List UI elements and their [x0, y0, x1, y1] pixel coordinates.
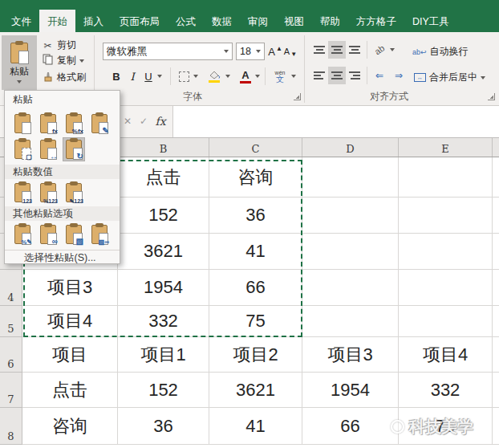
- cell-c5[interactable]: 75: [209, 306, 302, 337]
- copy-button[interactable]: 复制: [42, 54, 84, 67]
- tab-fangfanggezi[interactable]: 方方格子: [348, 11, 404, 32]
- alignment-dialog-launcher[interactable]: [488, 93, 495, 100]
- italic-button[interactable]: I: [125, 67, 140, 85]
- align-middle-button[interactable]: [328, 41, 346, 59]
- cell-c8[interactable]: 41: [209, 408, 302, 445]
- tab-help[interactable]: 帮助: [312, 11, 348, 32]
- cell-e4[interactable]: [399, 270, 493, 306]
- cell-d1[interactable]: [302, 157, 399, 198]
- borders-caret[interactable]: [193, 75, 198, 78]
- cut-button[interactable]: ✂ 剪切: [42, 39, 76, 52]
- cell-c7[interactable]: 3621: [209, 373, 302, 408]
- cell-e5[interactable]: [399, 306, 493, 337]
- phonetic-guide-button[interactable]: wén 文: [270, 67, 290, 85]
- cell-c3[interactable]: 41: [209, 234, 302, 270]
- cell-c2[interactable]: 36: [209, 198, 302, 234]
- cell-a8[interactable]: 咨询: [22, 408, 118, 445]
- font-color-button[interactable]: A: [237, 67, 254, 85]
- cell-b8[interactable]: 36: [118, 408, 209, 445]
- cell-e2[interactable]: [399, 198, 493, 234]
- cell-d7[interactable]: 1954: [302, 373, 399, 408]
- tab-review[interactable]: 审阅: [240, 11, 276, 32]
- orientation-caret[interactable]: [390, 48, 395, 51]
- cell-a5[interactable]: 项目4: [22, 306, 118, 337]
- cell-c6[interactable]: 项目2: [209, 337, 302, 373]
- fill-color-caret[interactable]: [225, 75, 230, 78]
- tab-home[interactable]: 开始: [39, 10, 75, 32]
- font-size-combobox[interactable]: 18: [236, 43, 265, 60]
- paste-option-transpose[interactable]: ↻: [63, 137, 85, 161]
- row-header[interactable]: 4: [0, 270, 22, 306]
- row-header[interactable]: 5: [0, 306, 22, 337]
- merge-center-button[interactable]: ↔ 合并后居中: [414, 71, 485, 84]
- cell-c4[interactable]: 66: [209, 270, 302, 306]
- align-left-button[interactable]: [310, 67, 328, 84]
- paste-option-values-source-formatting[interactable]: ✎123: [63, 181, 85, 205]
- paste-option-keep-source-column-widths[interactable]: ↔: [37, 137, 59, 161]
- tab-file[interactable]: 文件: [3, 11, 39, 32]
- align-top-button[interactable]: [310, 41, 328, 59]
- bold-button[interactable]: B: [109, 67, 124, 85]
- align-center-button[interactable]: [328, 67, 346, 84]
- increase-font-size-button[interactable]: A▲: [268, 43, 282, 60]
- cell-a4[interactable]: 项目3: [22, 270, 118, 306]
- paste-option-linked-picture[interactable]: ▧∞: [88, 222, 111, 246]
- cell-d6[interactable]: 项目3: [302, 337, 399, 373]
- column-header-e[interactable]: E: [399, 138, 493, 157]
- font-color-caret[interactable]: [255, 75, 260, 78]
- cell-f7[interactable]: [493, 373, 499, 408]
- cell-e7[interactable]: 332: [399, 373, 493, 408]
- font-name-combobox[interactable]: 微软雅黑: [103, 43, 233, 60]
- cell-f3[interactable]: [493, 234, 499, 270]
- align-bottom-button[interactable]: [346, 41, 363, 59]
- cell-d4[interactable]: [302, 270, 399, 306]
- paste-option-values-number-formatting[interactable]: %123: [37, 181, 59, 205]
- cell-e6[interactable]: 项目4: [399, 337, 493, 373]
- paste-option-paste-link[interactable]: ∞: [37, 222, 59, 246]
- font-dialog-launcher[interactable]: [294, 93, 301, 100]
- cell-b7[interactable]: 152: [118, 373, 209, 408]
- column-header-f[interactable]: [493, 138, 499, 157]
- paste-button[interactable]: 粘贴: [2, 35, 37, 90]
- cell-f1[interactable]: [493, 157, 499, 198]
- paste-option-keep-source-formatting[interactable]: ✎: [88, 112, 111, 136]
- row-header[interactable]: 6: [0, 337, 22, 373]
- fill-color-button[interactable]: [205, 67, 223, 85]
- wrap-text-button[interactable]: ab↩ 自动换行: [412, 45, 469, 59]
- column-header-b[interactable]: B: [118, 138, 209, 157]
- row-header[interactable]: 7: [0, 373, 22, 408]
- cell-d8[interactable]: 66: [302, 408, 399, 445]
- cell-d5[interactable]: [302, 306, 399, 337]
- tab-formulas[interactable]: 公式: [168, 11, 204, 32]
- align-right-button[interactable]: [346, 67, 363, 84]
- cell-f8[interactable]: [493, 408, 499, 445]
- cell-b3[interactable]: 3621: [118, 234, 209, 270]
- paste-option-no-borders[interactable]: ▢: [11, 137, 34, 161]
- tab-diy-tools[interactable]: DIY工具: [404, 11, 457, 32]
- cell-d3[interactable]: [302, 234, 399, 270]
- tab-view[interactable]: 视图: [276, 11, 312, 32]
- paste-special-menu-item[interactable]: 选择性粘贴(S)...: [5, 250, 120, 264]
- decrease-font-size-button[interactable]: A▼: [283, 43, 298, 60]
- cell-b6[interactable]: 项目1: [118, 337, 209, 373]
- underline-button[interactable]: U: [141, 67, 156, 85]
- cell-b2[interactable]: 152: [118, 198, 209, 234]
- format-painter-button[interactable]: 格式刷: [42, 71, 86, 84]
- borders-button[interactable]: [176, 67, 192, 85]
- cell-f2[interactable]: [493, 198, 499, 234]
- phonetic-caret[interactable]: [291, 75, 296, 78]
- cell-c1[interactable]: 咨询: [209, 157, 302, 198]
- tab-insert[interactable]: 插入: [75, 11, 112, 32]
- orientation-button[interactable]: ab: [367, 38, 392, 63]
- cell-f5[interactable]: [493, 306, 499, 337]
- cell-f4[interactable]: [493, 270, 499, 306]
- paste-option-paste[interactable]: [11, 112, 34, 136]
- formula-input[interactable]: [172, 106, 499, 137]
- cell-f6[interactable]: [493, 337, 499, 373]
- column-header-c[interactable]: C: [209, 138, 302, 157]
- cancel-icon[interactable]: ✕: [120, 114, 135, 128]
- cell-b4[interactable]: 1954: [118, 270, 209, 306]
- tab-data[interactable]: 数据: [204, 11, 240, 32]
- cell-b5[interactable]: 332: [118, 306, 209, 337]
- cell-d2[interactable]: [302, 198, 399, 234]
